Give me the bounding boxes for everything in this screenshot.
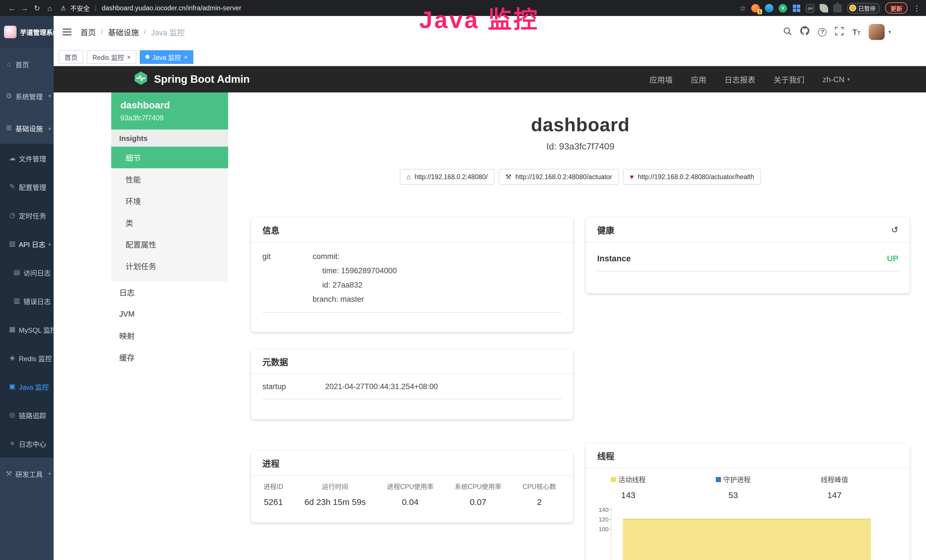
history-icon[interactable]: ↺	[891, 224, 898, 235]
address-separator: |	[95, 5, 97, 11]
sidebar-item-system[interactable]: ⚙ 系统管理 ▾	[0, 80, 54, 112]
logo-avatar	[4, 26, 17, 38]
sba-nav-wallboard[interactable]: 应用墙	[649, 74, 672, 85]
paused-label: 已暂停	[858, 4, 876, 12]
sidebar-item-mysql[interactable]: ▦ MySQL 监控	[0, 315, 54, 344]
instance-url-button[interactable]: ⌂ http://192.168.0.2:48080/	[400, 169, 495, 185]
back-icon[interactable]: ←	[6, 4, 18, 12]
sba-brand[interactable]: Spring Boot Admin	[133, 70, 250, 88]
info-card: 信息 git commit: time: 1596289704000 id: 2…	[251, 217, 573, 332]
legend-swatch-yellow	[611, 477, 616, 482]
github-icon[interactable]	[800, 26, 809, 38]
sba-menu-classes[interactable]: 类	[111, 212, 228, 233]
extensions-puzzle-icon[interactable]	[833, 4, 842, 12]
process-col: 进程ID 5261	[263, 481, 283, 507]
sba-sidebar: dashboard 93a3fc7f7409 Insights 细节 性能 环境…	[111, 92, 228, 368]
browser-update-button[interactable]: 更新	[885, 2, 908, 14]
smiley-emoji-icon: ☺	[849, 5, 856, 11]
sba-menu-details[interactable]: 细节	[111, 147, 228, 168]
health-url-button[interactable]: ♥ http://192.168.0.2:48080/actuator/heal…	[623, 169, 761, 185]
breadcrumb-section[interactable]: 基础设施	[108, 26, 139, 38]
address-bar[interactable]: ⚠ 不安全 | dashboard.yudao.iocoder.cn/infra…	[61, 3, 740, 12]
chart-y-axis	[611, 507, 611, 560]
health-instance-label: Instance	[597, 254, 631, 263]
font-size-icon[interactable]: TT	[852, 27, 860, 36]
url-text[interactable]: dashboard.yudao.iocoder.cn/infra/admin-s…	[102, 5, 242, 11]
tab-redis-monitor[interactable]: Redis 监控 ×	[87, 50, 136, 64]
sba-menu-performance[interactable]: 性能	[111, 168, 228, 190]
sidebar-item-file[interactable]: ☁ 文件管理	[0, 144, 54, 172]
extension-drop-icon[interactable]	[765, 4, 773, 12]
avatar-caret-icon[interactable]: ▾	[888, 29, 891, 35]
breadcrumb-separator: /	[101, 28, 103, 36]
sba-locale-select[interactable]: zh-CN ▾	[823, 75, 850, 83]
legend-peak-threads: 线程峰值 147	[821, 474, 848, 500]
forward-icon[interactable]: →	[18, 4, 31, 12]
metadata-card: 元数据 startup 2021-04-27T00:44:31.254+08:0…	[251, 349, 573, 419]
extension-v-icon[interactable]: V	[779, 4, 787, 12]
sidebar-item-job[interactable]: ◷ 定时任务	[0, 201, 54, 229]
browser-menu-icon[interactable]: ⋮	[913, 4, 921, 12]
fullscreen-icon[interactable]	[835, 27, 844, 37]
sidebar-item-java-monitor[interactable]: ▣ Java 监控	[0, 372, 54, 401]
sba-menu-environment[interactable]: 环境	[111, 190, 228, 212]
sba-nav-applications[interactable]: 应用	[691, 74, 706, 85]
sidebar-item-config[interactable]: ✎ 配置管理	[0, 172, 54, 201]
sidebar-item-home[interactable]: ⌂ 首页	[0, 48, 54, 80]
chevron-up-icon: ▴	[48, 125, 51, 130]
close-icon[interactable]: ×	[184, 53, 188, 60]
extension-on-toggle-icon[interactable]: on	[806, 4, 814, 12]
sba-nav: 应用墙 应用 日志报表 关于我们 zh-CN ▾	[649, 74, 850, 85]
chrome-right-cluster: ☆ 1 V on ☺ 已暂停 更新 ⋮	[740, 2, 921, 14]
sba-header: Spring Boot Admin 应用墙 应用 日志报表 关于我们 zh-CN…	[54, 66, 926, 92]
tools-icon: ⚒	[5, 469, 12, 478]
bookmark-star-icon[interactable]: ☆	[740, 4, 746, 12]
extension-leaf-icon[interactable]	[820, 4, 828, 12]
user-avatar[interactable]	[869, 24, 885, 40]
chevron-up-icon: ▴	[48, 241, 51, 246]
sba-menu-caches[interactable]: 缓存	[111, 346, 228, 368]
sba-menu-jvm[interactable]: JVM	[111, 303, 228, 325]
sba-menu-logs[interactable]: 日志	[111, 281, 228, 303]
paused-badge[interactable]: ☺ 已暂停	[847, 3, 880, 14]
info-card-title: 信息	[262, 224, 280, 236]
tab-java-monitor[interactable]: Java 监控 ×	[140, 50, 194, 64]
sidebar-item-error-log[interactable]: ▥ 错误日志	[0, 286, 54, 315]
sba-nav-journal[interactable]: 日志报表	[724, 74, 755, 85]
close-icon[interactable]: ×	[127, 53, 131, 60]
health-instance-row[interactable]: Instance UP	[597, 242, 898, 272]
home-icon[interactable]: ⌂	[43, 4, 56, 12]
metadata-card-title: 元数据	[262, 356, 288, 368]
tab-home[interactable]: 首页	[59, 50, 83, 64]
actuator-url-button[interactable]: ⚒ http://192.168.0.2:48080/actuator	[498, 169, 619, 185]
help-icon[interactable]: ?	[818, 28, 827, 36]
sidebar-item-infra[interactable]: ⊞ 基础设施 ▴	[0, 112, 54, 144]
security-label[interactable]: 不安全	[70, 3, 90, 12]
access-log-icon: ▤	[13, 268, 21, 276]
breadcrumb-separator: /	[144, 28, 146, 36]
threads-card: 线程 活动线程 143 守护进程	[586, 443, 910, 560]
chart-tick: 140	[597, 506, 608, 513]
breadcrumb: 首页 / 基础设施 / Java 监控	[80, 26, 185, 38]
app-logo[interactable]: 芋道管理系统	[0, 16, 54, 48]
refresh-icon[interactable]: ↻	[31, 4, 43, 12]
sba-menu-mappings[interactable]: 映射	[111, 325, 228, 346]
sba-menu-config-props[interactable]: 配置属性	[111, 233, 228, 255]
extension-grid-icon[interactable]	[792, 4, 801, 12]
right-column: 健康 ↺ Instance UP	[586, 217, 910, 560]
edit-icon: ✎	[9, 183, 16, 191]
sba-nav-about[interactable]: 关于我们	[773, 74, 804, 85]
sidebar-item-dev-tools[interactable]: ⚒ 研发工具 ▾	[0, 458, 54, 490]
breadcrumb-home[interactable]: 首页	[80, 26, 96, 38]
search-icon[interactable]	[784, 27, 792, 37]
sidebar-item-log-center[interactable]: ≡ 日志中心	[0, 429, 54, 458]
sidebar-collapse-icon[interactable]	[63, 29, 71, 35]
sba-instance-header[interactable]: dashboard 93a3fc7f7409	[111, 92, 228, 130]
sidebar-item-redis[interactable]: ◈ Redis 监控	[0, 344, 54, 372]
sidebar-item-access-log[interactable]: ▤ 访问日志	[0, 258, 54, 286]
sidebar-item-trace[interactable]: ◎ 链路追踪	[0, 401, 54, 429]
extension-fox-icon[interactable]: 1	[751, 4, 760, 12]
sba-menu-scheduled-tasks[interactable]: 计划任务	[111, 255, 228, 277]
sidebar-item-api-log[interactable]: ▧ API 日志 ▴	[0, 229, 54, 258]
legend-swatch-blue	[716, 477, 721, 482]
